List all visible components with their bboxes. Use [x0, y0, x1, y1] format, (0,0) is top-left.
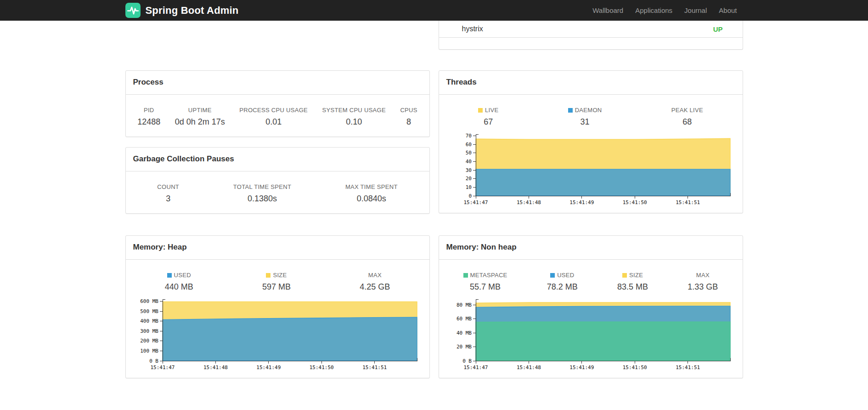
legend-swatch-icon: [463, 273, 468, 278]
stat-label: SIZE: [262, 272, 291, 279]
stat-label: PROCESS CPU USAGE: [239, 107, 308, 114]
x-tick-label: 15:41:51: [676, 199, 700, 205]
stat-peak-live: PEAK LIVE68: [671, 107, 703, 127]
stat-daemon: DAEMON31: [568, 107, 602, 127]
stat-count: COUNT3: [157, 183, 179, 204]
gc-stats: COUNT3TOTAL TIME SPENT0.1380sMAX TIME SP…: [126, 171, 429, 204]
stat-size: SIZE83.5 MB: [617, 272, 648, 292]
threads-stats: LIVE67DAEMON31PEAK LIVE68: [439, 95, 743, 127]
stat-max: MAX1.33 GB: [688, 272, 718, 292]
stat-max-time-spent: MAX TIME SPENT0.0840s: [345, 183, 398, 204]
stat-value: 83.5 MB: [617, 282, 648, 292]
x-tick-label: 15:41:48: [517, 199, 541, 205]
y-tick-label: 0: [468, 193, 472, 199]
area-metaspace: [476, 322, 730, 361]
y-tick-label: 300 MB: [140, 328, 158, 334]
stat-value: 3: [157, 194, 179, 204]
y-tick-label: 200 MB: [140, 338, 158, 344]
stat-label: MAX: [360, 272, 390, 279]
process-panel-title: Process: [126, 71, 429, 95]
stat-value: 0.1380s: [233, 194, 291, 204]
stat-value: 12488: [137, 117, 160, 127]
stat-label: SYSTEM CPU USAGE: [322, 107, 386, 114]
x-tick-label: 15:41:51: [362, 364, 387, 370]
x-tick-label: 15:41:49: [569, 364, 594, 370]
health-panel: hystrix UP: [439, 21, 743, 50]
gc-panel-title: Garbage Collection Pauses: [126, 148, 429, 171]
x-tick-label: 15:41:50: [623, 199, 647, 205]
stat-value: 597 MB: [262, 282, 291, 292]
x-tick-label: 15:41:49: [256, 364, 281, 370]
stat-value: 0d 0h 2m 17s: [175, 117, 225, 127]
stat-process-cpu-usage: PROCESS CPU USAGE0.01: [239, 107, 308, 127]
brand-title: Spring Boot Admin: [146, 5, 239, 17]
memory-nonheap-panel-title: Memory: Non heap: [439, 236, 743, 260]
stat-value: 8: [400, 117, 417, 127]
stat-value: 1.33 GB: [688, 282, 718, 292]
memory-nonheap-stats: METASPACE55.7 MBUSED78.2 MBSIZE83.5 MBMA…: [439, 260, 743, 292]
y-tick-label: 20: [466, 176, 472, 182]
stat-value: 67: [478, 117, 498, 127]
stat-value: 55.7 MB: [463, 282, 507, 292]
legend-swatch-icon: [167, 273, 172, 278]
health-left-spacer: [125, 21, 430, 50]
stat-label: MAX TIME SPENT: [345, 183, 398, 190]
area-used: [163, 317, 417, 361]
stat-uptime: UPTIME0d 0h 2m 17s: [175, 107, 225, 127]
gc-panel: Garbage Collection Pauses COUNT3TOTAL TI…: [125, 147, 430, 214]
y-tick-label: 60: [466, 142, 472, 148]
memory-heap-panel-title: Memory: Heap: [126, 236, 429, 260]
stat-value: 31: [568, 117, 602, 127]
y-tick-label: 60 MB: [457, 316, 472, 322]
stat-size: SIZE597 MB: [262, 272, 291, 292]
memory-heap-chart: 0 B100 MB200 MB300 MB400 MB500 MB600 MB1…: [130, 296, 424, 375]
stat-value: 440 MB: [165, 282, 193, 292]
stat-value: 68: [671, 117, 703, 127]
nav-link-about[interactable]: About: [713, 6, 743, 14]
legend-swatch-icon: [622, 273, 627, 278]
process-stats: PID12488UPTIME0d 0h 2m 17sPROCESS CPU US…: [126, 95, 429, 127]
stat-value: 78.2 MB: [547, 282, 578, 292]
y-tick-label: 0 B: [462, 358, 472, 364]
x-tick-label: 15:41:49: [569, 199, 594, 205]
stat-label: DAEMON: [568, 107, 602, 114]
x-tick-label: 15:41:50: [310, 364, 334, 370]
legend-swatch-icon: [266, 273, 271, 278]
memory-nonheap-chart: 0 B20 MB40 MB60 MB80 MB15:41:4715:41:481…: [444, 296, 738, 375]
stat-label: METASPACE: [463, 272, 507, 279]
y-tick-label: 50: [466, 150, 472, 156]
y-tick-label: 70: [466, 133, 472, 139]
stat-label: MAX: [688, 272, 718, 279]
stat-label: LIVE: [478, 107, 498, 114]
x-tick-label: 15:41:51: [676, 364, 700, 370]
legend-swatch-icon: [478, 108, 483, 113]
x-tick-label: 15:41:47: [151, 364, 175, 370]
nav-link-wallboard[interactable]: Wallboard: [586, 6, 629, 14]
nav-link-applications[interactable]: Applications: [629, 6, 678, 14]
threads-panel-title: Threads: [439, 71, 743, 95]
nav-link-journal[interactable]: Journal: [678, 6, 713, 14]
stat-label: CPUS: [400, 107, 417, 114]
x-tick-label: 15:41:48: [203, 364, 228, 370]
y-tick-label: 500 MB: [140, 308, 158, 314]
threads-chart: 01020304050607015:41:4715:41:4815:41:491…: [444, 131, 738, 210]
spring-boot-admin-logo-icon: [125, 3, 141, 18]
y-tick-label: 0 B: [149, 358, 158, 364]
nav-links: Wallboard Applications Journal About: [586, 6, 743, 14]
y-tick-label: 100 MB: [140, 348, 158, 354]
stat-value: 0.0840s: [345, 194, 398, 204]
area-daemon: [476, 169, 730, 196]
y-tick-label: 30: [466, 167, 472, 173]
y-tick-label: 600 MB: [140, 298, 158, 304]
stat-system-cpu-usage: SYSTEM CPU USAGE0.10: [322, 107, 386, 127]
top-navbar: Spring Boot Admin Wallboard Applications…: [0, 0, 868, 21]
y-tick-label: 20 MB: [457, 344, 472, 350]
stat-value: 0.10: [322, 117, 386, 127]
stat-metaspace: METASPACE55.7 MB: [463, 272, 507, 292]
brand-home-link[interactable]: Spring Boot Admin: [125, 3, 239, 18]
memory-nonheap-panel: Memory: Non heap METASPACE55.7 MBUSED78.…: [439, 235, 743, 378]
stat-max: MAX4.25 GB: [360, 272, 390, 292]
stat-value: 4.25 GB: [360, 282, 390, 292]
threads-panel: Threads LIVE67DAEMON31PEAK LIVE68 010203…: [439, 70, 743, 213]
stat-label: SIZE: [617, 272, 648, 279]
